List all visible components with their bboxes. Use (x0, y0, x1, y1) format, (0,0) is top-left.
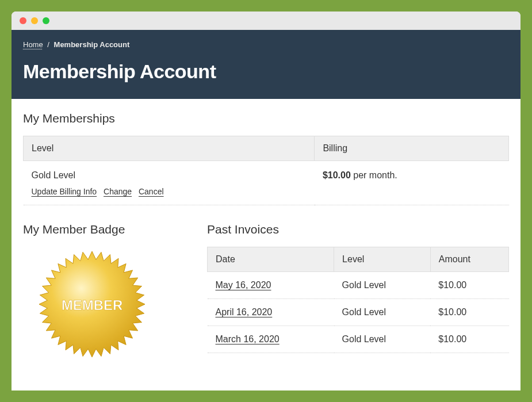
memberships-heading: My Memberships (23, 112, 509, 125)
breadcrumb-separator: / (47, 40, 49, 49)
invoices-col-level: Level (334, 247, 431, 272)
invoice-date-link[interactable]: April 16, 2020 (216, 307, 273, 317)
badge-text: MEMBER (62, 297, 123, 313)
billing-suffix: per month. (351, 170, 397, 180)
invoices-heading: Past Invoices (207, 223, 509, 236)
page-content: My Memberships Level Billing Gold Level … (12, 99, 520, 390)
invoice-amount: $10.00 (430, 272, 508, 299)
page-header: Home / Membership Account Membership Acc… (12, 30, 520, 99)
badge-heading: My Member Badge (23, 223, 184, 236)
badge-section: My Member Badge MEMB (23, 223, 184, 362)
breadcrumb-home-link[interactable]: Home (23, 40, 43, 49)
invoice-level: Gold Level (334, 272, 431, 299)
invoice-date-link[interactable]: March 16, 2020 (216, 334, 280, 344)
close-icon[interactable] (20, 17, 26, 24)
page-title: Membership Account (23, 60, 509, 83)
invoice-row: March 16, 2020 Gold Level $10.00 (208, 326, 509, 353)
window-titlebar (12, 12, 520, 30)
invoices-table: Date Level Amount May 16, 2020 Gold Leve… (207, 247, 509, 353)
invoice-level: Gold Level (334, 326, 431, 353)
billing-amount: $10.00 (323, 170, 351, 180)
invoices-col-date: Date (208, 247, 334, 272)
cancel-link[interactable]: Cancel (139, 187, 164, 196)
membership-row-actions: Update Billing Info Change Cancel (32, 187, 169, 196)
breadcrumb-current: Membership Account (54, 40, 130, 49)
breadcrumb: Home / Membership Account (23, 40, 509, 49)
change-link[interactable]: Change (104, 187, 132, 196)
app-window: Home / Membership Account Membership Acc… (12, 12, 520, 390)
invoice-row: May 16, 2020 Gold Level $10.00 (208, 272, 509, 299)
invoice-amount: $10.00 (430, 299, 508, 326)
memberships-col-billing: Billing (315, 136, 509, 161)
maximize-icon[interactable] (43, 17, 49, 24)
minimize-icon[interactable] (31, 17, 38, 24)
invoice-level: Gold Level (334, 299, 431, 326)
memberships-table: Level Billing Gold Level Update Billing … (23, 136, 509, 205)
invoices-col-amount: Amount (430, 247, 508, 272)
invoice-row: April 16, 2020 Gold Level $10.00 (208, 299, 509, 326)
membership-billing-cell: $10.00 per month. (315, 161, 509, 205)
membership-level-name: Gold Level (32, 170, 307, 181)
memberships-col-level: Level (24, 136, 315, 161)
membership-row: Gold Level Update Billing Info Change Ca… (24, 161, 509, 205)
update-billing-link[interactable]: Update Billing Info (32, 187, 97, 196)
invoice-amount: $10.00 (430, 326, 508, 353)
member-badge-icon: MEMBER (35, 247, 150, 362)
invoice-date-link[interactable]: May 16, 2020 (216, 280, 271, 290)
invoices-section: Past Invoices Date Level Amount May 16, … (207, 223, 509, 362)
